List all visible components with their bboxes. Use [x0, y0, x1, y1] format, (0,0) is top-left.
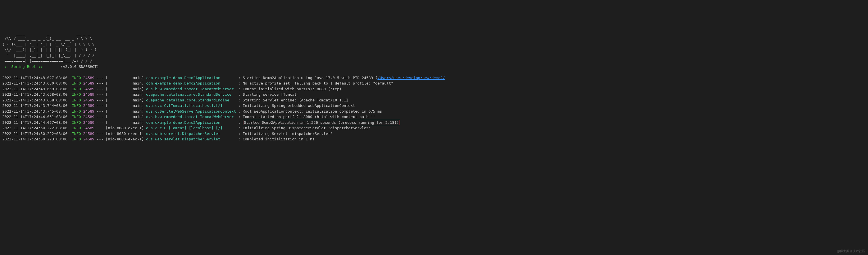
log-pid: 24589: [83, 87, 94, 91]
log-pid: 24589: [83, 120, 94, 124]
log-colon: :: [236, 120, 243, 124]
log-thread: [nio-8080-exec-1]: [105, 137, 146, 141]
log-logger: com.example.demo.Demo2Application: [146, 81, 236, 85]
log-timestamp: 2022-11-14T17:24:50.223+08:00: [2, 137, 67, 141]
log-separator: ---: [94, 126, 105, 130]
log-level: INFO: [72, 76, 81, 80]
log-colon: :: [236, 92, 243, 97]
log-thread: [ main]: [105, 76, 146, 80]
log-logger: o.s.b.w.embedded.tomcat.TomcatWebServer: [146, 115, 236, 119]
log-logger: o.s.web.servlet.DispatcherServlet: [146, 137, 236, 141]
spring-boot-label: :: Spring Boot ::: [2, 65, 45, 69]
log-thread: [ main]: [105, 109, 146, 113]
log-colon: :: [236, 87, 243, 91]
log-separator: ---: [94, 115, 105, 119]
log-line: 2022-11-14T17:24:44.061+08:00 INFO 24589…: [2, 114, 866, 120]
log-colon: :: [236, 81, 243, 85]
log-thread: [ main]: [105, 115, 146, 119]
log-thread: [nio-8080-exec-1]: [105, 126, 146, 130]
log-line: 2022-11-14T17:24:43.030+08:00 INFO 24589…: [2, 80, 866, 86]
log-message: Tomcat initialized with port(s): 8080 (h…: [243, 87, 342, 91]
log-line: 2022-11-14T17:24:50.223+08:00 INFO 24589…: [2, 136, 866, 142]
log-timestamp: 2022-11-14T17:24:50.222+08:00: [2, 132, 67, 136]
spring-banner: . ____ _ __ _ _ /\\ / ___'_ __ _ _(_)_ _…: [2, 30, 866, 70]
log-colon: :: [236, 103, 243, 108]
log-timestamp: 2022-11-14T17:24:43.668+08:00: [2, 92, 67, 97]
log-message: Root WebApplicationContext: initializati…: [243, 109, 382, 113]
log-separator: ---: [94, 120, 105, 124]
log-separator: ---: [94, 98, 105, 102]
log-thread: [ main]: [105, 81, 146, 85]
log-message: Completed initialization in 1 ms: [243, 137, 315, 141]
log-highlight-box: Started Demo2Application in 1.336 second…: [243, 120, 400, 125]
log-level: INFO: [72, 92, 81, 97]
log-pid: 24589: [83, 115, 94, 119]
log-thread: [ main]: [105, 98, 146, 102]
log-message: Initializing Spring embedded WebApplicat…: [243, 103, 355, 108]
log-separator: ---: [94, 137, 105, 141]
banner-line: . ____ _ __ _ _: [2, 31, 90, 35]
log-timestamp: 2022-11-14T17:24:43.030+08:00: [2, 81, 67, 85]
log-level: INFO: [72, 87, 81, 91]
log-colon: :: [236, 98, 243, 102]
log-message: Starting Servlet engine: [Apache Tomcat/…: [243, 98, 348, 102]
log-thread: [ main]: [105, 120, 146, 124]
log-timestamp: 2022-11-14T17:24:43.744+08:00: [2, 103, 67, 108]
log-thread: [ main]: [105, 87, 146, 91]
log-colon: :: [236, 76, 243, 80]
log-thread: [ main]: [105, 103, 146, 108]
banner-line: =========|_|==============|___/=/_/_/_/: [2, 59, 92, 63]
log-timestamp: 2022-11-14T17:24:43.668+08:00: [2, 98, 67, 102]
log-message: Started Demo2Application in 1.336 second…: [244, 120, 399, 124]
log-level: INFO: [72, 81, 81, 85]
log-pid: 24589: [83, 92, 94, 97]
log-line: 2022-11-14T17:24:50.222+08:00 INFO 24589…: [2, 131, 866, 137]
log-line: 2022-11-14T17:24:43.745+08:00 INFO 24589…: [2, 109, 866, 114]
log-message: Initializing Servlet 'dispatcherServlet': [243, 132, 333, 136]
banner-line: ' |____| .__|_| |_|_| |_\__, | / / / /: [2, 53, 94, 58]
log-level: INFO: [72, 98, 81, 102]
log-logger: com.example.demo.Demo2Application: [146, 120, 236, 124]
log-separator: ---: [94, 132, 105, 136]
log-path-link[interactable]: /Users/user/develop/new/demo2/: [377, 76, 445, 80]
banner-line: \\/ ___)| |_)| | | | | || (_| | ) ) ) ): [2, 47, 97, 52]
log-separator: ---: [94, 92, 105, 97]
banner-line: ( ( )\___ | '_ | '_| | '_ \/ _` | \ \ \ …: [2, 42, 94, 46]
log-colon: :: [236, 132, 243, 136]
log-block: 2022-11-14T17:24:43.027+08:00 INFO 24589…: [2, 75, 866, 142]
log-colon: :: [236, 115, 243, 119]
log-timestamp: 2022-11-14T17:24:43.745+08:00: [2, 109, 67, 113]
log-level: INFO: [72, 120, 81, 124]
log-line: 2022-11-14T17:24:43.659+08:00 INFO 24589…: [2, 86, 866, 92]
log-pid: 24589: [83, 98, 94, 102]
log-message: Tomcat started on port(s): 8080 (http) w…: [243, 115, 375, 119]
log-timestamp: 2022-11-14T17:24:44.067+08:00: [2, 120, 67, 124]
log-pid: 24589: [83, 132, 94, 136]
log-logger: o.apache.catalina.core.StandardEngine: [146, 98, 236, 102]
log-level: INFO: [72, 137, 81, 141]
log-pid: 24589: [83, 109, 94, 113]
log-level: INFO: [72, 115, 81, 119]
log-logger: com.example.demo.Demo2Application: [146, 76, 236, 80]
log-thread: [nio-8080-exec-1]: [105, 132, 146, 136]
log-colon: :: [236, 137, 243, 141]
log-logger: o.a.c.c.C.[Tomcat].[localhost].[/]: [146, 103, 236, 108]
log-message: Starting service [Tomcat]: [243, 92, 299, 97]
log-logger: o.s.web.servlet.DispatcherServlet: [146, 132, 236, 136]
log-line: 2022-11-14T17:24:43.668+08:00 INFO 24589…: [2, 98, 866, 103]
log-line: 2022-11-14T17:24:43.744+08:00 INFO 24589…: [2, 103, 866, 109]
log-message: Starting Demo2Application using Java 17.…: [243, 76, 378, 80]
banner-line: /\\ / ___'_ __ _ _(_)_ __ __ _ \ \ \ \: [2, 36, 92, 41]
log-line: 2022-11-14T17:24:44.067+08:00 INFO 24589…: [2, 120, 866, 125]
log-line: 2022-11-14T17:24:43.027+08:00 INFO 24589…: [2, 75, 866, 81]
log-separator: ---: [94, 81, 105, 85]
log-timestamp: 2022-11-14T17:24:50.222+08:00: [2, 126, 67, 130]
log-colon: :: [236, 109, 243, 113]
terminal-output: . ____ _ __ _ _ /\\ / ___'_ __ _ _(_)_ _…: [2, 25, 866, 148]
log-level: INFO: [72, 109, 81, 113]
log-timestamp: 2022-11-14T17:24:44.061+08:00: [2, 115, 67, 119]
log-message: Initializing Spring DispatcherServlet 'd…: [243, 126, 371, 130]
log-pid: 24589: [83, 137, 94, 141]
log-line: 2022-11-14T17:24:43.668+08:00 INFO 24589…: [2, 92, 866, 98]
log-message: No active profile set, falling back to 1…: [243, 81, 393, 85]
